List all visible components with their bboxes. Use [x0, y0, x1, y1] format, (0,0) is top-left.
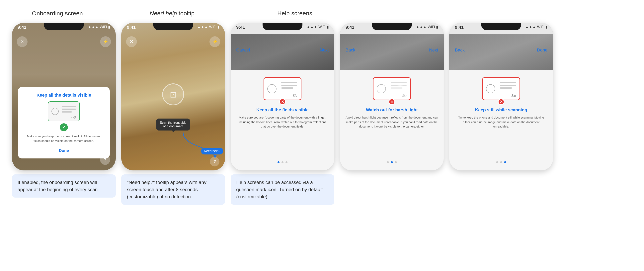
section-label-needhelp: Need help tooltip: [150, 10, 277, 17]
time-display-5: 9:41: [455, 25, 464, 30]
id-line-3a: [281, 82, 297, 83]
help-desc-3: Make sure you aren't covering parts of t…: [236, 115, 329, 129]
notch-2: [153, 23, 193, 30]
flash-button[interactable]: ⚡: [100, 36, 111, 47]
card-title: Keep all the details visible: [24, 92, 104, 98]
help-dots-3: [278, 161, 288, 166]
id-line-5a: [500, 82, 516, 83]
next-button-4[interactable]: Next: [429, 48, 438, 53]
time-display-2: 9:41: [127, 25, 136, 30]
phone-help3-inner: 9:41 ▲▲▲ WiFi ▮ Back Done: [449, 23, 553, 170]
status-icons: ▲▲▲ WiFi ▮: [88, 25, 110, 29]
notch: [44, 23, 84, 30]
time-display: 9:41: [18, 25, 26, 30]
id-illustration: Sig: [48, 102, 80, 121]
dot-5-3: [504, 161, 506, 163]
id-line-3: [62, 111, 72, 112]
question-mark-icon: ?: [213, 159, 216, 164]
next-button-3[interactable]: Next: [320, 48, 329, 53]
error-dot-5: ✕: [498, 98, 504, 105]
id-sig-3: Sig: [293, 94, 297, 98]
help-screen-body-3: Cancel Next: [231, 34, 334, 170]
error-dot-3: ✕: [279, 98, 286, 105]
back-button-5[interactable]: Back: [455, 48, 465, 53]
wifi-icon: WiFi: [100, 25, 107, 29]
person-3: [267, 84, 276, 94]
onboarding-card: Keep all the details visible Sig ✓: [18, 87, 110, 158]
help-content-4: Sig ✕ Watch out for harsh light Avoid di…: [340, 70, 444, 170]
status-icons-5: ▲▲▲ WiFi ▮: [525, 25, 548, 29]
help-id-4: Sig: [373, 77, 411, 100]
help-button[interactable]: ?: [100, 155, 110, 165]
need-help-question-button[interactable]: ?: [210, 157, 220, 166]
help-title-4: Watch out for harsh light: [366, 107, 418, 112]
phone-help3: 9:41 ▲▲▲ WiFi ▮ Back Done: [449, 23, 553, 170]
flash-button-2[interactable]: ⚡: [210, 36, 220, 47]
id-line-5c: [500, 88, 512, 88]
person-5: [486, 84, 495, 94]
scan-circle: ⊡: [162, 84, 184, 105]
phone-needhelp-group: 9:41 ▲▲▲ WiFi ▮ ✕ ⚡: [121, 23, 225, 205]
card-description: Make sure you keep the document well lit…: [24, 134, 104, 143]
phone-onboarding-group: 9:41 ▲▲▲ WiFi ▮ ✕ ⚡: [12, 23, 116, 198]
help-desc-4: Avoid direct harsh light because it refl…: [346, 115, 438, 129]
help-nav-4: Back Next: [340, 45, 444, 56]
back-button-4[interactable]: Back: [346, 48, 355, 53]
phone-help2-group: 9:41 ▲▲▲ WiFi ▮ Back Next: [340, 23, 444, 170]
close-button[interactable]: ✕: [17, 36, 28, 47]
phone-help2-inner: 9:41 ▲▲▲ WiFi ▮ Back Next: [340, 23, 444, 170]
status-icons-2: ▲▲▲ WiFi ▮: [197, 25, 220, 29]
help-desc-5: Try to keep the phone and document still…: [455, 115, 548, 129]
help-content-5: Sig ✕ Keep still while scanning Try to k…: [449, 70, 553, 170]
status-icons-3: ▲▲▲ WiFi ▮: [307, 25, 329, 29]
id-sig-4: Sig: [402, 94, 406, 98]
wifi-icon-2: WiFi: [209, 25, 216, 29]
close-icon-2: ✕: [130, 39, 133, 44]
scan-icon: ⊡: [170, 90, 177, 100]
need-help-tooltip: Need help?: [201, 148, 223, 154]
help-screen-body-4: Back Next: [340, 34, 444, 170]
help-screen-body-5: Back Done: [449, 34, 553, 170]
dot-3-1: [278, 161, 280, 163]
battery-icon-5: ▮: [546, 25, 548, 29]
id-signature: Sig: [71, 115, 76, 119]
help-content-3: Sig ✕ Keep all the fields visible Make s…: [231, 70, 334, 170]
signal-icon: ▲▲▲: [88, 25, 98, 29]
done-button[interactable]: Done: [24, 147, 104, 154]
id-line-3b: [281, 84, 297, 86]
close-button-2[interactable]: ✕: [126, 36, 137, 47]
dot-3-2: [282, 161, 284, 163]
help-title-5: Keep still while scanning: [475, 107, 527, 112]
battery-icon-4: ▮: [436, 25, 438, 29]
signal-icon-3: ▲▲▲: [307, 25, 317, 29]
annotation-box-2: "Need help?" tooltip appears with any sc…: [121, 174, 225, 205]
id-container-4: Sig ✕: [373, 77, 411, 102]
error-dot-4: ✕: [389, 98, 395, 105]
help-nav-3: Cancel Next: [231, 45, 334, 56]
phone-help3-group: 9:41 ▲▲▲ WiFi ▮ Back Done: [449, 23, 553, 170]
phones-row: 9:41 ▲▲▲ WiFi ▮ ✕ ⚡: [12, 23, 632, 205]
id-line-1: [62, 106, 76, 107]
dot-4-3: [395, 161, 397, 163]
id-container-5: Sig ✕: [482, 77, 520, 102]
phone-help1-group: 9:41 ▲▲▲ WiFi ▮: [231, 23, 334, 205]
battery-icon-2: ▮: [218, 25, 220, 29]
id-lines-3: [281, 82, 297, 88]
id-sig-5: Sig: [511, 94, 516, 98]
section-label-onboarding: Onboarding screen: [32, 10, 150, 17]
battery-icon: ▮: [108, 25, 110, 29]
time-display-4: 9:41: [346, 25, 354, 30]
cancel-button-3[interactable]: Cancel: [236, 48, 250, 53]
person-circle: [52, 108, 59, 115]
help-icon: ?: [104, 157, 107, 163]
help-nav-5: Back Done: [449, 45, 553, 56]
wifi-icon-5: WiFi: [537, 25, 544, 29]
signal-icon-5: ▲▲▲: [525, 25, 536, 29]
battery-icon-3: ▮: [327, 25, 329, 29]
phone-help1: 9:41 ▲▲▲ WiFi ▮: [231, 23, 334, 170]
annotation-box-3: Help screens can be accessed via a quest…: [231, 174, 334, 205]
flash-icon: ⚡: [103, 39, 108, 44]
done-button-5[interactable]: Done: [537, 48, 548, 53]
id-lines-5: [500, 82, 516, 88]
signal-icon-4: ▲▲▲: [416, 25, 426, 29]
